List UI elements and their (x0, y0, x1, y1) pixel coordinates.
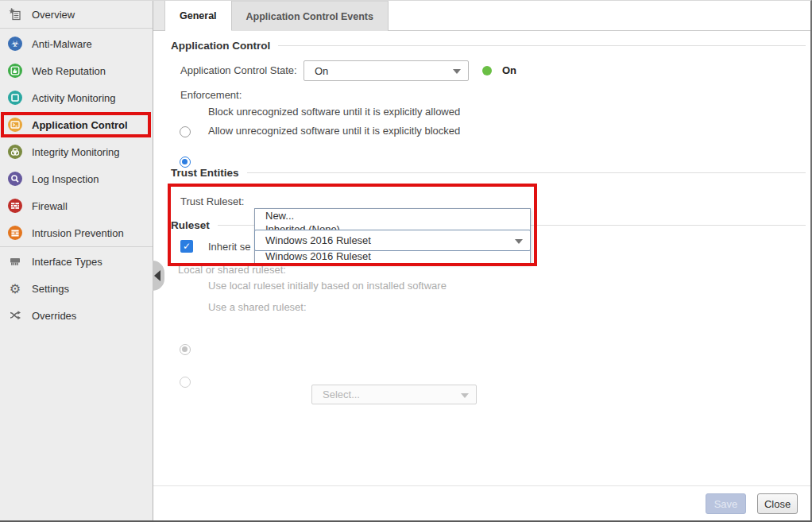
local-or-shared-label: Local or shared ruleset: (178, 264, 286, 276)
main-content: Application Control Application Control … (153, 31, 810, 520)
inherit-settings-checkbox[interactable] (180, 240, 193, 253)
radio-block-unrecognized[interactable] (180, 126, 191, 137)
radio-allow-unrecognized[interactable] (180, 157, 191, 168)
sidebar-item-interface-types[interactable]: Interface Types (0, 248, 153, 275)
section-title: Trust Entities (171, 167, 239, 179)
enforcement-label: Enforcement: (180, 89, 242, 101)
monitor-square-icon (8, 91, 22, 105)
trust-ruleset-value: Windows 2016 Ruleset (265, 234, 371, 246)
tab-bar: General Application Control Events (153, 1, 810, 31)
magnifier-icon (8, 172, 22, 186)
close-button[interactable]: Close (757, 493, 798, 514)
radio-allow-label: Allow unrecognized software until it is … (208, 125, 460, 137)
sidebar-item-application-control[interactable]: Application Control (0, 111, 153, 138)
sidebar-item-label: Settings (32, 283, 69, 295)
application-control-state-select[interactable]: On (304, 60, 469, 81)
chevron-down-icon (461, 393, 469, 398)
sidebar-item-label: Integrity Monitoring (32, 146, 120, 158)
radio-use-shared-ruleset (180, 377, 191, 388)
trust-dropdown-option[interactable]: New... (255, 209, 530, 222)
sidebar: Overview ☣ Anti-Malware Web Reputation A… (0, 1, 153, 520)
knot-icon (8, 145, 22, 159)
sidebar-item-label: Web Reputation (32, 65, 106, 77)
sidebar-item-label: Overview (32, 9, 75, 21)
sidebar-item-intrusion-prevention[interactable]: Intrusion Prevention (0, 219, 153, 246)
layered-bars-icon (8, 226, 22, 240)
chevron-down-icon (453, 69, 461, 74)
sidebar-item-web-reputation[interactable]: Web Reputation (0, 57, 153, 84)
sidebar-item-label: Firewall (32, 200, 68, 212)
save-button[interactable]: Save (706, 493, 746, 514)
network-connector-icon (8, 254, 22, 269)
thumbs-up-icon (8, 64, 22, 78)
sidebar-item-label: Overrides (32, 310, 76, 322)
radio-use-local-label: Use local ruleset initially based on ins… (208, 280, 447, 292)
sidebar-item-label: Activity Monitoring (32, 92, 115, 104)
biohazard-icon: ☣ (8, 37, 22, 51)
shuffle-icon (8, 308, 22, 323)
sidebar-item-label: Log Inspection (32, 173, 99, 185)
radio-use-local-ruleset (180, 344, 191, 355)
status-on-text: On (502, 60, 516, 81)
section-divider-line (247, 172, 806, 173)
radio-use-shared-label: Use a shared ruleset: (208, 301, 307, 313)
section-title: Application Control (171, 40, 270, 52)
chevron-left-icon (154, 270, 160, 281)
tab-general[interactable]: General (165, 1, 232, 31)
sidebar-item-overrides[interactable]: Overrides (0, 302, 153, 329)
sidebar-item-settings[interactable]: ⚙ Settings (0, 275, 153, 302)
section-title: Ruleset (171, 219, 210, 231)
section-application-control: Application Control (171, 40, 806, 52)
trust-ruleset-select[interactable]: Windows 2016 Ruleset (254, 230, 531, 251)
trust-dropdown-option[interactable]: Windows 2016 Ruleset (255, 249, 530, 263)
status-on-dot (482, 66, 492, 75)
tab-application-control-events[interactable]: Application Control Events (232, 1, 389, 31)
section-divider-line (278, 45, 806, 46)
sidebar-item-label: Intrusion Prevention (32, 227, 124, 239)
brick-wall-icon (8, 199, 22, 213)
sidebar-item-integrity-monitoring[interactable]: Integrity Monitoring (0, 138, 153, 165)
shared-ruleset-value: Select... (323, 389, 360, 400)
trust-ruleset-label: Trust Ruleset: (180, 191, 244, 212)
footer-divider (153, 485, 810, 486)
chevron-down-icon (515, 239, 523, 244)
state-select-value: On (315, 65, 328, 77)
sidebar-item-label: Anti-Malware (32, 38, 92, 50)
sidebar-item-log-inspection[interactable]: Log Inspection (0, 165, 153, 192)
sidebar-item-label: Interface Types (32, 256, 102, 268)
policy-editor-window: Overview ☣ Anti-Malware Web Reputation A… (0, 0, 812, 522)
sidebar-item-label: Application Control (32, 119, 128, 131)
shared-ruleset-select: Select... (311, 385, 477, 404)
sidebar-item-anti-malware[interactable]: ☣ Anti-Malware (0, 30, 153, 57)
radio-block-label: Block unrecognized software until it is … (208, 106, 460, 118)
terminal-window-icon (8, 118, 22, 132)
overview-icon (8, 7, 22, 21)
sidebar-item-firewall[interactable]: Firewall (0, 192, 153, 219)
gear-icon: ⚙ (8, 281, 22, 296)
inherit-settings-label: Inherit se (208, 241, 250, 253)
section-trust-entities: Trust Entities (171, 167, 806, 179)
sidebar-item-activity-monitoring[interactable]: Activity Monitoring (0, 84, 153, 111)
tab-spacer (153, 1, 165, 30)
sidebar-divider (0, 246, 153, 247)
sidebar-item-overview[interactable]: Overview (0, 1, 153, 28)
state-label: Application Control State: (180, 60, 297, 81)
sidebar-divider (0, 28, 153, 29)
